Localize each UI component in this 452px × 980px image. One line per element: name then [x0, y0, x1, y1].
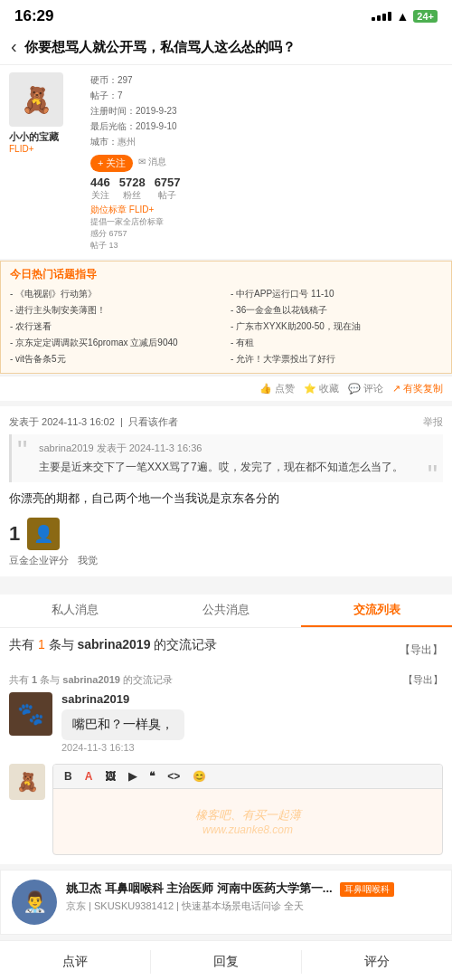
post-text: 你漂亮的期都，自己两个地一个当我说是京东各分的 — [9, 490, 443, 509]
sender-avatar: 🐾 — [9, 692, 52, 736]
message-button[interactable]: ✉ 消息 — [138, 156, 166, 168]
doctor-tag: 耳鼻咽喉科 — [340, 882, 394, 897]
paw-icon: 🐾 — [17, 701, 44, 727]
message-content: sabrina2019 嘴巴和？一样臭， 2024-11-3 16:13 — [61, 692, 443, 753]
convo-sub-header: 共有 1 条与 sabrina2019 的交流记录 【导出】 — [9, 673, 443, 687]
watermark-line2: www.zuanke8.com — [62, 823, 433, 836]
quote-left-mark: " — [17, 436, 27, 465]
tab-conversation-list[interactable]: 交流列表 — [301, 595, 452, 627]
profile-username: 小小的宝藏 — [9, 130, 81, 144]
doctor-name-row: 姚卫杰 耳鼻咽喉科 主治医师 河南中医药大学第一... 耳鼻咽喉科 — [66, 880, 440, 897]
reply-editor: 🧸 B A 🖼 ▶ ❝ <> 😊 橡客吧、有买一起薄 www.zuanke8.c… — [9, 764, 443, 855]
reply-avatar: 🧸 — [9, 764, 45, 800]
comment-icon: 💬 — [348, 383, 361, 395]
signal-bars-icon — [372, 12, 391, 21]
comment-button[interactable]: 💬 评论 — [348, 382, 383, 395]
profile-stats: 446 关注 5728 粉丝 6757 帖子 — [90, 176, 443, 202]
profile-coins: 硬币：297 — [90, 72, 443, 88]
doctor-desc: 京东 | SKUSKU9381412 | 快速基本场景电话问诊 全天 — [66, 899, 440, 913]
rating-section: 1 👤 — [9, 518, 443, 550]
sender-name: sabrina2019 — [61, 692, 443, 706]
profile-posts-count: 帖子：7 — [90, 88, 443, 103]
doctor-ad: 👨‍⚕️ 姚卫杰 耳鼻咽喉科 主治医师 河南中医药大学第一... 耳鼻咽喉科 京… — [0, 870, 452, 935]
code-button[interactable]: <> — [164, 768, 184, 785]
profile-city: 城市：惠州 — [90, 134, 443, 149]
status-icons: ▲ 24+ — [372, 9, 438, 24]
collect-button[interactable]: ⭐ 收藏 — [304, 382, 339, 395]
message-tabs: 私人消息 公共消息 交流列表 — [0, 595, 452, 628]
quote-block: " sabrina2019 发表于 2024-11-3 16:36 主要是近来交… — [9, 434, 443, 482]
rating-label-2: 我觉 — [78, 554, 98, 567]
watermark-line1: 橡客吧、有买一起薄 — [62, 807, 433, 823]
message-text: 嘴巴和？一样臭， — [61, 709, 184, 740]
back-button[interactable]: ‹ — [11, 36, 17, 57]
tab-private-messages[interactable]: 私人消息 — [0, 595, 151, 627]
message-bubble: 🐾 sabrina2019 嘴巴和？一样臭， 2024-11-3 16:13 — [9, 692, 443, 753]
profile-level: FLID+ — [9, 144, 81, 154]
message-time: 2024-11-3 16:13 — [61, 742, 443, 753]
page-header: ‹ 你要想骂人就公开骂，私信骂人这么怂的吗？ — [0, 29, 452, 65]
profile-left: 🧸 小小的宝藏 FLID+ — [9, 72, 81, 252]
action-bar: 👍 点赞 ⭐ 收藏 💬 评论 ↗ 有奖复制 — [0, 376, 452, 401]
rating-labels: 豆金企业评分 我觉 — [9, 554, 443, 567]
conversation-section: 共有 1 条与 sabrina2019 的交流记录 【导出】 共有 1 条与 s… — [0, 628, 452, 864]
page-title: 你要想骂人就公开骂，私信骂人这么怂的吗？ — [24, 38, 441, 56]
report-button[interactable]: 举报 — [423, 415, 443, 429]
export-button[interactable]: 【导出】 — [400, 642, 443, 658]
stat-followers: 446 关注 — [90, 176, 110, 202]
quote-text: 主要是近来交下了一笔XXX骂了7遍。哎，发完了，现在都不知道怎么当了。 — [21, 459, 434, 475]
hot-col-right: - 中行APP运行口号 11-10 - 36一金金鱼以花钱稿子 - 广东市XYX… — [231, 286, 442, 367]
bottom-actions: 点评 回复 评分 — [0, 940, 452, 980]
status-bar: 16:29 ▲ 24+ — [0, 0, 452, 29]
editor-watermark: 橡客吧、有买一起薄 www.zuanke8.com — [53, 789, 442, 854]
post-date: 发表于 2024-11-3 16:02 | 只看该作者 — [9, 415, 178, 429]
conversation-header: 共有 1 条与 sabrina2019 的交流记录 — [9, 637, 217, 653]
profile-card: 🧸 小小的宝藏 FLID+ 硬币：297 帖子：7 注册时间：2019-9-23… — [0, 65, 452, 259]
battery-icon: 24+ — [413, 10, 438, 23]
profile-badge: 勋位标章 FLID+ 提倡一家全店价标章感分 6757帖子 13 — [90, 204, 443, 252]
profile-last-active: 最后光临：2019-9-10 — [90, 119, 443, 134]
post-section: 发表于 2024-11-3 16:02 | 只看该作者 举报 " sabrina… — [0, 406, 452, 576]
doctor-avatar: 👨‍⚕️ — [12, 880, 57, 925]
main-content: 🧸 小小的宝藏 FLID+ 硬币：297 帖子：7 注册时间：2019-9-23… — [0, 65, 452, 980]
hot-banner-title: 今日热门话题指导 — [10, 267, 442, 282]
hot-banner-cols: - 《电视剧》行动第》 - 进行主头制安美薄图！ - 农行迷看 - 京东定定调调… — [10, 286, 442, 367]
profile-right: 硬币：297 帖子：7 注册时间：2019-9-23 最后光临：2019-9-1… — [90, 72, 443, 252]
doctor-info: 姚卫杰 耳鼻咽喉科 主治医师 河南中医药大学第一... 耳鼻咽喉科 京东 | S… — [66, 880, 440, 913]
stat-posts: 6757 帖子 — [155, 176, 181, 202]
font-color-button[interactable]: A — [81, 768, 97, 785]
tab-public-messages[interactable]: 公共消息 — [151, 595, 302, 627]
rating-avatar: 👤 — [27, 518, 60, 550]
review-button[interactable]: 点评 — [0, 950, 150, 974]
quote-author: sabrina2019 发表于 2024-11-3 16:36 — [21, 442, 434, 455]
emoji-button[interactable]: 😊 — [189, 768, 210, 785]
toolbar-buttons: B A 🖼 ▶ ❝ <> 😊 — [53, 765, 442, 789]
status-time: 16:29 — [14, 7, 53, 25]
share-icon: ↗ — [392, 383, 400, 395]
quote-right-mark: " — [428, 461, 438, 490]
quote-button[interactable]: ❝ — [146, 768, 158, 785]
post-meta: 发表于 2024-11-3 16:02 | 只看该作者 举报 — [9, 415, 443, 429]
follow-button[interactable]: + 关注 — [90, 155, 133, 172]
rating-number: 1 — [9, 522, 20, 546]
hot-col-left: - 《电视剧》行动第》 - 进行主头制安美薄图！ - 农行迷看 - 京东定定调调… — [10, 286, 221, 367]
rating-label-1: 豆金企业评分 — [9, 554, 69, 567]
share-button[interactable]: ↗ 有奖复制 — [392, 382, 443, 395]
avatar: 🧸 — [9, 72, 63, 127]
image-button[interactable]: 🖼 — [101, 768, 119, 785]
editor-toolbar: B A 🖼 ▶ ❝ <> 😊 橡客吧、有买一起薄 www.zuanke8.com — [52, 764, 443, 855]
wifi-icon: ▲ — [396, 9, 409, 24]
divider-space — [0, 576, 452, 595]
video-button[interactable]: ▶ — [125, 768, 140, 785]
like-icon: 👍 — [259, 383, 272, 395]
reply-button[interactable]: 回复 — [151, 950, 301, 974]
like-button[interactable]: 👍 点赞 — [259, 382, 295, 395]
bold-button[interactable]: B — [61, 768, 76, 785]
stat-fans: 5728 粉丝 — [119, 176, 146, 202]
collect-icon: ⭐ — [304, 383, 316, 395]
rate-button[interactable]: 评分 — [302, 950, 452, 974]
hot-banner: 今日热门话题指导 - 《电视剧》行动第》 - 进行主头制安美薄图！ - 农行迷看… — [0, 261, 452, 374]
profile-join-date: 注册时间：2019-9-23 — [90, 103, 443, 119]
